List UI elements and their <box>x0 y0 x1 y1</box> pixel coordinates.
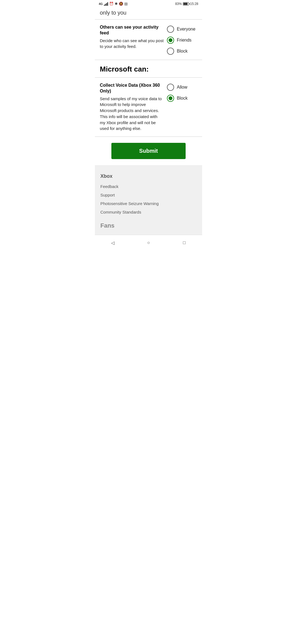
home-button[interactable]: ○ <box>145 239 152 247</box>
voice-data-text: Collect Voice Data (Xbox 360 Only) Send … <box>100 83 164 132</box>
voice-data-description: Send samples of my voice data to Microso… <box>100 96 164 132</box>
voice-radio-label-allow: Allow <box>177 85 187 90</box>
activity-radio-label-block: Block <box>177 49 188 54</box>
sim-icon: ▤ <box>124 2 128 6</box>
status-left: 4G ⏰ ✱ 🔕 ▤ <box>99 2 128 6</box>
nav-bar: ◁ ○ □ <box>95 235 202 249</box>
back-button[interactable]: ◁ <box>109 239 117 247</box>
bell-muted-icon: 🔕 <box>119 2 123 6</box>
submit-area: Submit <box>95 137 202 165</box>
battery-percentage: 83% <box>175 2 182 6</box>
voice-radio-circle-block <box>167 95 174 102</box>
network-icon: 4G <box>99 2 103 6</box>
microsoft-can-heading: Microsoft can: <box>100 65 197 73</box>
status-right: 83% 15:28 <box>175 2 198 6</box>
activity-radio-circle-block <box>167 48 174 55</box>
footer-brand: Xbox <box>100 173 197 179</box>
voice-data-row: Collect Voice Data (Xbox 360 Only) Send … <box>100 83 197 132</box>
voice-radio-label-block: Block <box>177 96 188 101</box>
fans-partial-label: Fans <box>100 222 197 229</box>
signal-bars <box>104 2 108 6</box>
time-display: 15:28 <box>190 2 198 6</box>
activity-feed-section: Others can see your activity feed Decide… <box>95 20 202 60</box>
activity-radio-circle-friends <box>167 37 174 44</box>
only-to-you-label: only to you <box>95 7 202 20</box>
bluetooth-icon: ✱ <box>115 2 118 6</box>
activity-radio-dot-friends <box>169 38 172 42</box>
activity-feed-description: Decide who can see what you post to your… <box>100 38 164 50</box>
footer-links: Feedback Support Photosensitive Seizure … <box>100 184 197 214</box>
footer-link-community-standards[interactable]: Community Standards <box>100 210 197 214</box>
activity-feed-radio-group: Everyone Friends Block <box>167 24 197 55</box>
footer-link-seizure-warning[interactable]: Photosensitive Seizure Warning <box>100 201 197 206</box>
battery-icon <box>183 2 189 6</box>
recent-apps-button[interactable]: □ <box>180 239 188 247</box>
activity-radio-circle-everyone <box>167 26 174 33</box>
voice-radio-circle-allow <box>167 84 174 91</box>
voice-data-title: Collect Voice Data (Xbox 360 Only) <box>100 83 164 94</box>
footer: Xbox Feedback Support Photosensitive Sei… <box>95 165 202 235</box>
activity-radio-friends[interactable]: Friends <box>167 37 197 44</box>
activity-radio-label-friends: Friends <box>177 38 191 43</box>
footer-link-support[interactable]: Support <box>100 193 197 197</box>
activity-feed-text: Others can see your activity feed Decide… <box>100 24 164 50</box>
activity-radio-block[interactable]: Block <box>167 48 197 55</box>
microsoft-can-section: Microsoft can: <box>95 60 202 78</box>
voice-radio-block[interactable]: Block <box>167 95 197 102</box>
voice-data-radio-group: Allow Block <box>167 83 197 102</box>
voice-data-section: Collect Voice Data (Xbox 360 Only) Send … <box>95 78 202 137</box>
alarm-icon: ⏰ <box>109 2 114 6</box>
activity-feed-row: Others can see your activity feed Decide… <box>100 24 197 55</box>
status-bar: 4G ⏰ ✱ 🔕 ▤ 83% 15:28 <box>95 0 202 7</box>
activity-radio-everyone[interactable]: Everyone <box>167 26 197 33</box>
footer-link-feedback[interactable]: Feedback <box>100 184 197 189</box>
voice-radio-dot-block <box>169 96 172 100</box>
activity-radio-label-everyone: Everyone <box>177 27 196 32</box>
activity-feed-title: Others can see your activity feed <box>100 24 164 36</box>
voice-radio-allow[interactable]: Allow <box>167 84 197 91</box>
submit-button[interactable]: Submit <box>111 143 186 159</box>
